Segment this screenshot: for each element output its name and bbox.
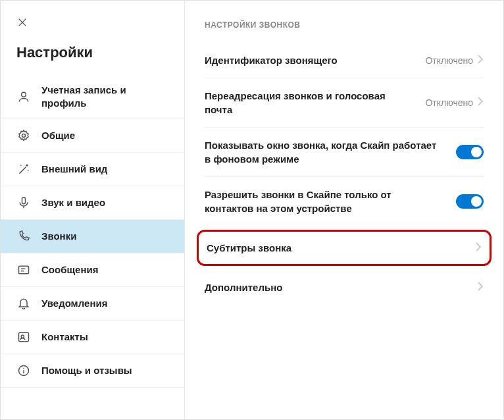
- settings-window: Настройки Учетная запись и профиль Общие: [0, 0, 504, 420]
- sidebar-item-calling[interactable]: Звонки: [1, 220, 184, 253]
- setting-allow-contacts-only[interactable]: Разрешить звонки в Скайпе только от конт…: [205, 177, 484, 226]
- setting-forwarding[interactable]: Переадресация звонков и голосовая почта …: [205, 78, 484, 128]
- sidebar: Настройки Учетная запись и профиль Общие: [1, 1, 185, 419]
- toggle-switch[interactable]: [456, 194, 484, 209]
- svg-point-14: [23, 367, 24, 369]
- person-icon: [16, 90, 31, 104]
- setting-advanced[interactable]: Дополнительно: [205, 270, 484, 305]
- sidebar-item-label: Помощь и отзывы: [41, 364, 132, 377]
- svg-point-2: [22, 92, 26, 97]
- sidebar-item-label: Уведомления: [41, 297, 107, 310]
- sidebar-item-label: Звук и видео: [41, 196, 105, 209]
- setting-value: Отключено: [425, 96, 484, 109]
- microphone-icon: [16, 196, 31, 210]
- gear-icon: [16, 128, 31, 143]
- svg-point-5: [28, 170, 29, 171]
- toggle-switch[interactable]: [456, 145, 484, 159]
- close-icon: [16, 16, 28, 28]
- sidebar-item-help[interactable]: Помощь и отзывы: [1, 354, 184, 388]
- setting-label: Разрешить звонки в Скайпе только от конт…: [205, 188, 456, 215]
- chevron-right-icon: [475, 242, 482, 255]
- setting-show-call-window[interactable]: Показывать окно звонка, когда Скайп рабо…: [205, 128, 484, 177]
- sidebar-item-contacts[interactable]: Контакты: [1, 321, 184, 354]
- svg-point-3: [22, 134, 26, 138]
- svg-rect-6: [22, 197, 26, 204]
- svg-point-4: [20, 165, 22, 166]
- chevron-right-icon: [477, 96, 484, 109]
- info-icon: [16, 363, 31, 378]
- contacts-icon: [16, 330, 31, 344]
- sidebar-item-audio-video[interactable]: Звук и видео: [1, 186, 184, 220]
- sidebar-item-label: Звонки: [41, 230, 76, 243]
- setting-label: Переадресация звонков и голосовая почта: [205, 89, 425, 117]
- wand-icon: [16, 162, 31, 176]
- message-icon: [16, 263, 31, 277]
- setting-call-subtitles[interactable]: Субтитры звонка: [197, 230, 491, 266]
- sidebar-item-appearance[interactable]: Внешний вид: [1, 153, 184, 186]
- sidebar-item-notifications[interactable]: Уведомления: [1, 287, 184, 321]
- sidebar-item-general[interactable]: Общие: [1, 119, 184, 153]
- sidebar-item-account[interactable]: Учетная запись и профиль: [1, 74, 184, 119]
- bell-icon: [16, 296, 31, 311]
- setting-label: Дополнительно: [205, 280, 477, 294]
- setting-label: Идентификатор звонящего: [205, 53, 425, 67]
- section-header: НАСТРОЙКИ ЗВОНКОВ: [205, 20, 484, 30]
- phone-icon: [16, 229, 31, 244]
- sidebar-item-messaging[interactable]: Сообщения: [1, 253, 184, 287]
- sidebar-item-label: Внешний вид: [41, 163, 107, 176]
- setting-label: Показывать окно звонка, когда Скайп рабо…: [205, 138, 456, 166]
- setting-value-text: Отключено: [425, 97, 473, 108]
- content-panel: НАСТРОЙКИ ЗВОНКОВ Идентификатор звонящег…: [185, 1, 503, 419]
- sidebar-item-label: Учетная запись и профиль: [41, 84, 168, 109]
- setting-value: Отключено: [425, 54, 484, 67]
- close-button[interactable]: [1, 14, 184, 38]
- chevron-right-icon: [477, 281, 484, 294]
- svg-point-11: [21, 335, 24, 338]
- sidebar-title: Настройки: [1, 38, 184, 74]
- sidebar-item-label: Общие: [41, 129, 75, 142]
- sidebar-item-label: Контакты: [41, 330, 88, 344]
- sidebar-item-label: Сообщения: [41, 263, 98, 276]
- setting-value-text: Отключено: [425, 55, 473, 66]
- setting-caller-id[interactable]: Идентификатор звонящего Отключено: [205, 43, 484, 78]
- setting-label: Субтитры звонка: [207, 241, 475, 255]
- svg-rect-7: [19, 266, 29, 274]
- chevron-right-icon: [477, 54, 484, 67]
